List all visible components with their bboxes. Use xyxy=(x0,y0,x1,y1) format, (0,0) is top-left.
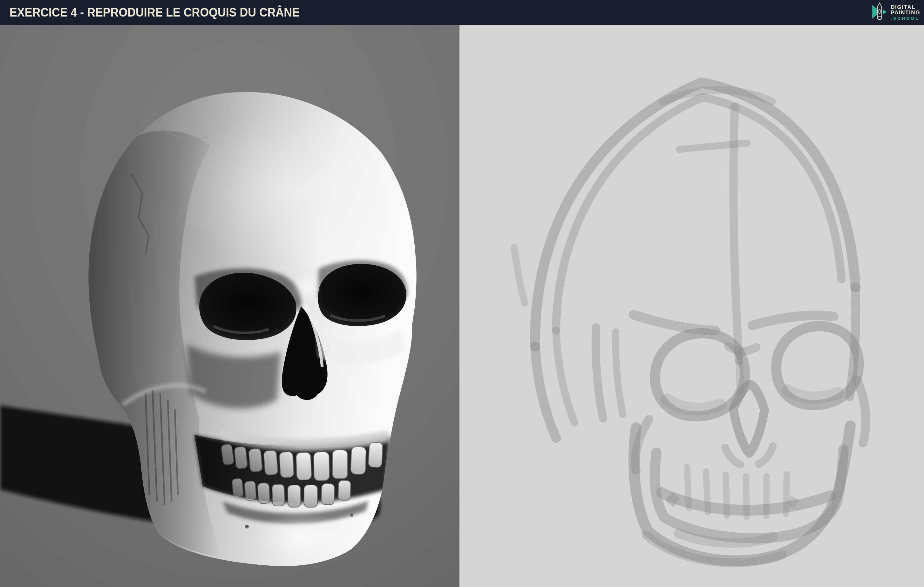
logo-line-digital: DIGITAL xyxy=(891,5,920,10)
logo-wordmark: DIGITAL PAINTING .SCHOOL xyxy=(891,5,920,21)
content-split xyxy=(0,25,924,587)
logo-line-painting: PAINTING xyxy=(891,10,920,15)
skull-sketch-image xyxy=(459,25,924,587)
sketch-panel xyxy=(459,25,924,587)
exercise-slide: EXERCICE 4 - REPRODUIRE LE CROQUIS DU CR… xyxy=(0,0,924,587)
pencil-play-icon xyxy=(871,2,888,23)
logo-line-school: .SCHOOL xyxy=(891,16,920,20)
skull-3d-render-image xyxy=(0,25,459,587)
digital-painting-school-logo: DIGITAL PAINTING .SCHOOL xyxy=(871,0,920,25)
exercise-title: EXERCICE 4 - REPRODUIRE LE CROQUIS DU CR… xyxy=(10,6,300,19)
header-bar: EXERCICE 4 - REPRODUIRE LE CROQUIS DU CR… xyxy=(0,0,924,25)
reference-render-panel xyxy=(0,25,459,587)
